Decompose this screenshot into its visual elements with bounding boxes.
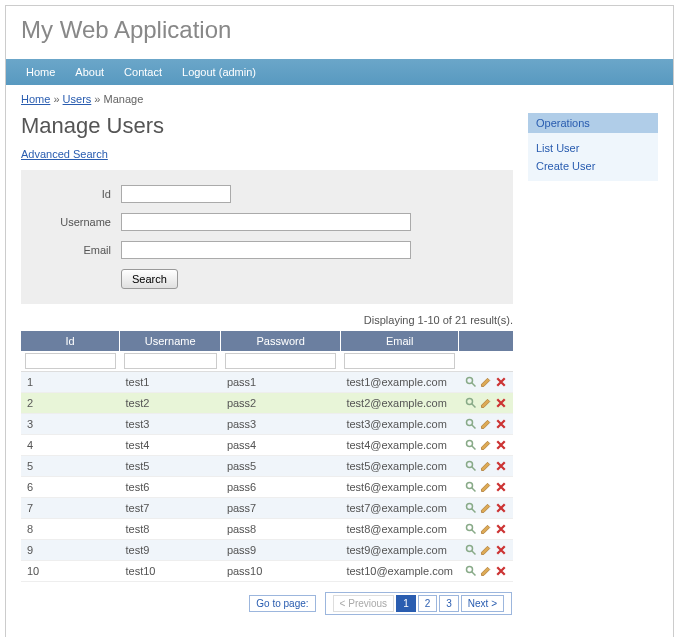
delete-icon[interactable] bbox=[495, 418, 507, 430]
table-row[interactable]: 2test2pass2test2@example.com bbox=[21, 393, 513, 414]
edit-icon[interactable] bbox=[480, 544, 492, 556]
table-row[interactable]: 7test7pass7test7@example.com bbox=[21, 498, 513, 519]
edit-icon[interactable] bbox=[480, 439, 492, 451]
edit-icon[interactable] bbox=[480, 565, 492, 577]
operation-link[interactable]: Create User bbox=[536, 157, 650, 175]
delete-icon[interactable] bbox=[495, 523, 507, 535]
table-row[interactable]: 5test5pass5test5@example.com bbox=[21, 456, 513, 477]
filter-id[interactable] bbox=[25, 353, 116, 369]
view-icon[interactable] bbox=[465, 544, 477, 556]
table-row[interactable]: 10test10pass10test10@example.com bbox=[21, 561, 513, 582]
nav-link[interactable]: Logout (admin) bbox=[172, 60, 266, 84]
cell-username: test4 bbox=[120, 435, 221, 456]
cell-password: pass3 bbox=[221, 414, 341, 435]
table-row[interactable]: 6test6pass6test6@example.com bbox=[21, 477, 513, 498]
cell-username: test2 bbox=[120, 393, 221, 414]
pager-page[interactable]: 2 bbox=[418, 595, 438, 612]
cell-id: 4 bbox=[21, 435, 120, 456]
col-email[interactable]: Email bbox=[340, 331, 459, 351]
view-icon[interactable] bbox=[465, 523, 477, 535]
view-icon[interactable] bbox=[465, 439, 477, 451]
col-password[interactable]: Password bbox=[221, 331, 341, 351]
filter-email[interactable] bbox=[344, 353, 455, 369]
pager-page: 1 bbox=[396, 595, 416, 612]
cell-id: 3 bbox=[21, 414, 120, 435]
edit-icon[interactable] bbox=[480, 460, 492, 472]
breadcrumb-users[interactable]: Users bbox=[63, 93, 92, 105]
view-icon[interactable] bbox=[465, 460, 477, 472]
operation-link[interactable]: List User bbox=[536, 139, 650, 157]
search-button[interactable]: Search bbox=[121, 269, 178, 289]
table-row[interactable]: 9test9pass9test9@example.com bbox=[21, 540, 513, 561]
delete-icon[interactable] bbox=[495, 439, 507, 451]
edit-icon[interactable] bbox=[480, 481, 492, 493]
table-row[interactable]: 3test3pass3test3@example.com bbox=[21, 414, 513, 435]
users-table: Id Username Password Email 1test1pas bbox=[21, 331, 513, 582]
cell-email: test10@example.com bbox=[340, 561, 459, 582]
delete-icon[interactable] bbox=[495, 544, 507, 556]
breadcrumb-home[interactable]: Home bbox=[21, 93, 50, 105]
cell-email: test8@example.com bbox=[340, 519, 459, 540]
nav-link[interactable]: Contact bbox=[114, 60, 172, 84]
view-icon[interactable] bbox=[465, 565, 477, 577]
cell-email: test5@example.com bbox=[340, 456, 459, 477]
svg-point-18 bbox=[466, 567, 472, 573]
cell-password: pass4 bbox=[221, 435, 341, 456]
table-row[interactable]: 1test1pass1test1@example.com bbox=[21, 372, 513, 393]
pager-prev: < Previous bbox=[333, 595, 395, 612]
cell-username: test7 bbox=[120, 498, 221, 519]
cell-password: pass9 bbox=[221, 540, 341, 561]
cell-username: test8 bbox=[120, 519, 221, 540]
col-id[interactable]: Id bbox=[21, 331, 120, 351]
delete-icon[interactable] bbox=[495, 397, 507, 409]
col-username[interactable]: Username bbox=[120, 331, 221, 351]
page-heading: Manage Users bbox=[21, 113, 513, 139]
edit-icon[interactable] bbox=[480, 502, 492, 514]
cell-email: test4@example.com bbox=[340, 435, 459, 456]
pager: Go to page: < Previous123Next > bbox=[21, 592, 513, 615]
cell-username: test5 bbox=[120, 456, 221, 477]
view-icon[interactable] bbox=[465, 418, 477, 430]
delete-icon[interactable] bbox=[495, 565, 507, 577]
table-row[interactable]: 8test8pass8test8@example.com bbox=[21, 519, 513, 540]
view-icon[interactable] bbox=[465, 502, 477, 514]
results-summary: Displaying 1-10 of 21 result(s). bbox=[21, 314, 513, 326]
cell-id: 2 bbox=[21, 393, 120, 414]
table-row[interactable]: 4test4pass4test4@example.com bbox=[21, 435, 513, 456]
pager-next[interactable]: Next > bbox=[461, 595, 504, 612]
svg-line-13 bbox=[472, 509, 476, 513]
delete-icon[interactable] bbox=[495, 502, 507, 514]
edit-icon[interactable] bbox=[480, 418, 492, 430]
username-input[interactable] bbox=[121, 213, 411, 231]
pager-page[interactable]: 3 bbox=[439, 595, 459, 612]
view-icon[interactable] bbox=[465, 376, 477, 388]
cell-email: test1@example.com bbox=[340, 372, 459, 393]
filter-username[interactable] bbox=[124, 353, 217, 369]
edit-icon[interactable] bbox=[480, 376, 492, 388]
cell-id: 9 bbox=[21, 540, 120, 561]
advanced-search-link[interactable]: Advanced Search bbox=[21, 148, 108, 160]
cell-email: test3@example.com bbox=[340, 414, 459, 435]
delete-icon[interactable] bbox=[495, 481, 507, 493]
edit-icon[interactable] bbox=[480, 523, 492, 535]
cell-id: 6 bbox=[21, 477, 120, 498]
cell-id: 1 bbox=[21, 372, 120, 393]
svg-line-3 bbox=[472, 404, 476, 408]
nav-link[interactable]: About bbox=[65, 60, 114, 84]
cell-id: 5 bbox=[21, 456, 120, 477]
cell-username: test10 bbox=[120, 561, 221, 582]
delete-icon[interactable] bbox=[495, 376, 507, 388]
filter-password[interactable] bbox=[225, 353, 337, 369]
email-input[interactable] bbox=[121, 241, 411, 259]
delete-icon[interactable] bbox=[495, 460, 507, 472]
svg-line-9 bbox=[472, 467, 476, 471]
edit-icon[interactable] bbox=[480, 397, 492, 409]
cell-email: test2@example.com bbox=[340, 393, 459, 414]
svg-line-15 bbox=[472, 530, 476, 534]
view-icon[interactable] bbox=[465, 481, 477, 493]
cell-id: 8 bbox=[21, 519, 120, 540]
cell-username: test6 bbox=[120, 477, 221, 498]
nav-link[interactable]: Home bbox=[16, 60, 65, 84]
view-icon[interactable] bbox=[465, 397, 477, 409]
id-input[interactable] bbox=[121, 185, 231, 203]
